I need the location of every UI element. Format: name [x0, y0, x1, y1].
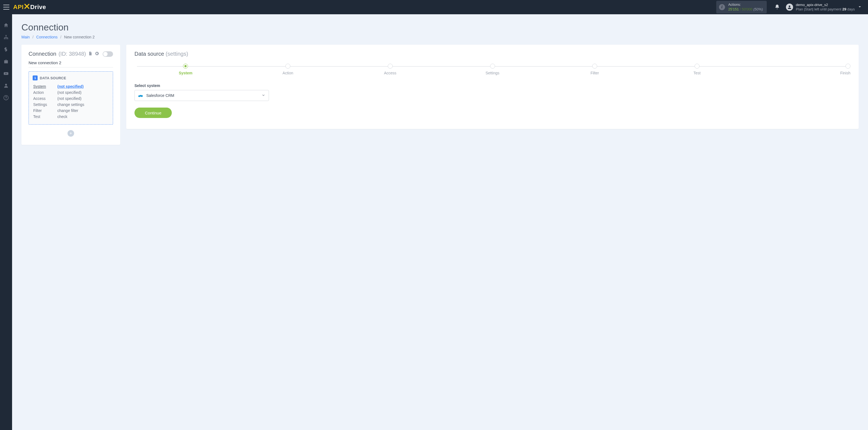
connection-toggle[interactable] [103, 51, 113, 57]
step-filter[interactable]: Filter [544, 64, 646, 75]
connection-card: Connection (ID: 38948) New connection 2 … [22, 45, 120, 145]
document-icon[interactable] [88, 51, 92, 57]
add-step-button[interactable]: + [67, 130, 74, 137]
salesforce-icon [138, 94, 143, 97]
system-select-value: Salesforce CRM [146, 93, 261, 98]
step-access[interactable]: Access [339, 64, 441, 75]
ds-row[interactable]: Testcheck [33, 114, 108, 119]
step-circle [388, 64, 393, 69]
data-source-rows: System(not specified)Action(not specifie… [33, 83, 109, 120]
data-source-badge: 1 [33, 75, 38, 81]
main-content: Connection Main / Connections / New conn… [12, 14, 868, 430]
step-test[interactable]: Test [646, 64, 748, 75]
select-system-label: Select system [134, 84, 850, 88]
ds-row-key: Action [33, 90, 57, 95]
top-bar: API Drive i Actions: 25'151 / 50'000 (50… [0, 0, 868, 14]
data-source-settings-card: Data source (settings) SystemActionAcces… [126, 45, 859, 129]
ds-row[interactable]: Access(not specified) [33, 96, 108, 101]
actions-limit: 50'000 [742, 7, 752, 11]
ds-row-value: (not specified) [57, 90, 108, 95]
home-icon[interactable] [3, 23, 9, 28]
data-source-title: DATA SOURCE [40, 76, 66, 80]
step-label: Test [693, 71, 701, 75]
help-icon[interactable] [3, 95, 9, 100]
svg-point-0 [789, 5, 790, 7]
ds-row-link[interactable]: (not specified) [57, 84, 84, 89]
data-source-box: 1 DATA SOURCE System(not specified)Actio… [29, 71, 113, 125]
page-title: Connection [22, 22, 859, 33]
step-circle [183, 64, 188, 69]
connections-icon[interactable] [3, 35, 9, 40]
user-menu[interactable]: demo_apix-drive_s2 Plan |Start| left unt… [786, 3, 855, 12]
system-select[interactable]: Salesforce CRM [134, 90, 269, 101]
briefcase-icon[interactable] [3, 59, 9, 64]
breadcrumb-current: New connection 2 [64, 35, 95, 39]
step-action[interactable]: Action [237, 64, 339, 75]
breadcrumb: Main / Connections / New connection 2 [22, 35, 859, 39]
ds-row-key: Test [33, 114, 57, 119]
ds-row-key: Access [33, 96, 57, 101]
info-icon: i [719, 4, 725, 10]
svg-rect-1 [5, 35, 6, 36]
video-icon[interactable] [3, 71, 9, 76]
chevron-down-icon [261, 93, 266, 98]
ds-row[interactable]: Action(not specified) [33, 90, 108, 95]
settings-title: Data source (settings) [134, 51, 850, 57]
menu-toggle-button[interactable] [3, 5, 9, 10]
plan-info: Plan |Start| left until payment 29 days [796, 7, 855, 11]
connection-id: (ID: 38948) [58, 51, 86, 57]
step-settings[interactable]: Settings [441, 64, 544, 75]
step-circle [285, 64, 290, 69]
ds-row-value: change filter [57, 108, 108, 113]
ds-row-key: Settings [33, 102, 57, 107]
svg-rect-4 [7, 38, 8, 39]
svg-point-11 [141, 95, 143, 97]
step-label: Filter [591, 71, 599, 75]
step-circle [490, 64, 495, 69]
step-label: Access [384, 71, 396, 75]
step-circle [845, 64, 850, 69]
breadcrumb-main[interactable]: Main [22, 35, 30, 39]
ds-row-key: Filter [33, 108, 57, 113]
expand-user-menu-button[interactable] [855, 5, 865, 10]
ds-row-value: (not specified) [57, 84, 108, 89]
ds-row-value: check [57, 114, 108, 119]
logo-api: API [13, 4, 24, 11]
step-circle [694, 64, 700, 69]
continue-button[interactable]: Continue [134, 108, 172, 118]
stepper: SystemActionAccessSettingsFilterTestFini… [134, 64, 850, 75]
gear-icon[interactable] [95, 51, 99, 57]
avatar-icon [786, 4, 793, 11]
breadcrumb-connections[interactable]: Connections [36, 35, 58, 39]
ds-row-value: change settings [57, 102, 108, 107]
connection-name: New connection 2 [29, 60, 113, 67]
ds-row-key: System [33, 84, 57, 89]
ds-row[interactable]: Filterchange filter [33, 108, 108, 113]
svg-rect-2 [4, 38, 5, 39]
step-label: System [179, 71, 192, 75]
step-finish[interactable]: Finish [748, 64, 850, 75]
svg-point-6 [5, 84, 7, 86]
step-circle [592, 64, 597, 69]
logo[interactable]: API Drive [13, 3, 46, 11]
step-label: Settings [486, 71, 499, 75]
actions-percent: (50%) [753, 7, 763, 11]
step-label: Action [283, 71, 293, 75]
actions-label: Actions: [728, 2, 763, 7]
sidebar [0, 14, 12, 430]
ds-row[interactable]: Settingschange settings [33, 102, 108, 107]
logo-x-icon [24, 3, 30, 11]
ds-row[interactable]: System(not specified) [33, 84, 108, 89]
actions-sep: / [739, 7, 742, 11]
ds-row-value: (not specified) [57, 96, 108, 101]
logo-drive: Drive [30, 4, 46, 11]
profile-icon[interactable] [3, 83, 9, 88]
actions-used: 25'151 [728, 7, 739, 11]
svg-point-8 [6, 98, 6, 99]
actions-usage-box[interactable]: i Actions: 25'151 / 50'000 (50%) [716, 1, 767, 13]
svg-rect-3 [5, 38, 6, 39]
step-system[interactable]: System [134, 64, 237, 75]
connection-title: Connection [29, 51, 56, 57]
billing-icon[interactable] [3, 47, 9, 52]
notifications-button[interactable] [774, 4, 780, 10]
